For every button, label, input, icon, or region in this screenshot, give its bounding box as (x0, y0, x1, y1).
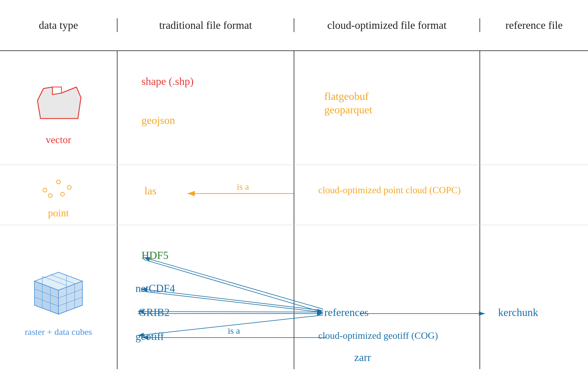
vector-data-type-cell: vector (0, 51, 117, 165)
references-label: references (324, 306, 369, 319)
point-reference-cell (480, 165, 588, 225)
header-row: data type traditional file format cloud-… (0, 0, 588, 51)
header-col-data-type: data type (0, 18, 117, 32)
raster-cloud-cell: cloud-optimized geotiff (COG) zarr refer… (294, 225, 480, 369)
vector-row: vector shape (.shp) geojson flatgeobuf g… (0, 51, 588, 165)
kerchunk-label: kerchunk (498, 306, 538, 319)
point-icon (34, 171, 82, 204)
raster-row: raster + data cubes HDF5 netCDF4 GRIB2 g… (0, 225, 588, 369)
svg-point-3 (67, 185, 71, 189)
svg-point-1 (57, 180, 61, 184)
flatgeobuf-label: flatgeobuf (324, 90, 369, 103)
raster-icon (25, 257, 91, 323)
raster-reference-cell: kerchunk (480, 225, 588, 369)
point-traditional-cell: las (117, 165, 294, 225)
vector-cloud-cell: flatgeobuf geoparquet (294, 51, 480, 165)
las-label: las (144, 185, 156, 197)
zarr-label: zarr (354, 351, 371, 364)
geojson-label: geojson (141, 114, 175, 127)
vector-icon (28, 71, 88, 131)
point-cloud-cell: cloud-optimized point cloud (COPC) (294, 165, 480, 225)
header-col-traditional: traditional file format (117, 18, 294, 32)
header-col-cloud: cloud-optimized file format (294, 18, 480, 32)
raster-traditional-cell: HDF5 netCDF4 GRIB2 geotiff (117, 225, 294, 369)
header-col-reference: reference file (480, 18, 588, 32)
raster-data-type-cell: raster + data cubes (0, 225, 117, 369)
header-reference-label: reference file (506, 18, 563, 32)
raster-label: raster + data cubes (25, 327, 92, 337)
shape-shp-label: shape (.shp) (141, 75, 194, 88)
hdf5-label: HDF5 (141, 249, 168, 262)
geotiff-label: geotiff (135, 330, 164, 343)
vector-traditional-cell: shape (.shp) geojson (117, 51, 294, 165)
cog-label: cloud-optimized geotiff (COG) (318, 330, 438, 341)
main-diagram: data type traditional file format cloud-… (0, 0, 588, 370)
geoparquet-label: geoparquet (324, 104, 372, 116)
svg-point-4 (61, 192, 64, 196)
point-row: point las cloud-optimized point cloud (C… (0, 165, 588, 225)
point-label: point (48, 207, 69, 219)
vector-label: vector (46, 134, 71, 146)
svg-point-0 (43, 188, 47, 192)
netcdf4-label: netCDF4 (135, 282, 175, 295)
vector-reference-cell (480, 51, 588, 165)
grib2-label: GRIB2 (138, 306, 170, 319)
header-data-type-label: data type (39, 18, 78, 32)
svg-point-2 (48, 194, 52, 197)
copc-label: cloud-optimized point cloud (COPC) (318, 185, 461, 196)
header-cloud-label: cloud-optimized file format (327, 18, 447, 32)
point-data-type-cell: point (0, 165, 117, 225)
header-traditional-label: traditional file format (159, 18, 252, 32)
